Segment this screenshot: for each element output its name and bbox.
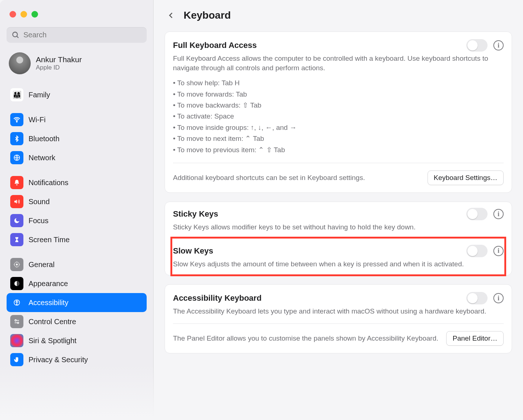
- svg-point-10: [17, 322, 19, 323]
- sidebar-item-label: Network: [29, 154, 55, 162]
- svg-point-2: [16, 121, 17, 122]
- sidebar-item-label: Accessibility: [29, 299, 68, 307]
- sidebar-item-sound[interactable]: Sound: [7, 192, 147, 211]
- list-item: • To move to next item: ⌃ Tab: [173, 133, 504, 144]
- minimize-window-button[interactable]: [20, 11, 27, 18]
- sidebar-item-label: Bluetooth: [29, 135, 60, 143]
- list-item: • To move to previous item: ⌃ ⇧ Tab: [173, 145, 504, 155]
- list-item: • To show help: Tab H: [173, 78, 504, 89]
- svg-point-4: [16, 264, 18, 266]
- search-field[interactable]: [7, 27, 147, 43]
- sidebar-item-label: Wi-Fi: [29, 116, 46, 124]
- keys-card: Sticky Keys i Sticky Keys allows modifie…: [165, 202, 512, 275]
- svg-point-7: [16, 301, 18, 302]
- sidebar-item-label: Sound: [29, 198, 50, 206]
- info-icon[interactable]: i: [493, 209, 504, 219]
- sidebar-item-privacy[interactable]: Privacy & Security: [7, 350, 147, 369]
- sidebar-item-label: General: [29, 260, 54, 269]
- sidebar: Ankur Thakur Apple ID 👨‍👩‍👧 Family Wi-Fi…: [0, 0, 154, 420]
- network-icon: [10, 151, 23, 164]
- accessibility-icon: [10, 296, 23, 309]
- sidebar-item-label: Siri & Spotlight: [29, 337, 76, 345]
- sidebar-item-network[interactable]: Network: [7, 148, 147, 167]
- siri-icon: [10, 334, 23, 347]
- fka-toggle[interactable]: [466, 39, 488, 52]
- window-controls: [7, 7, 147, 27]
- sidebar-item-label: Notifications: [29, 179, 68, 187]
- sidebar-item-accessibility[interactable]: Accessibility: [7, 293, 147, 312]
- fka-footnote: Additional keyboard shortcuts can be set…: [173, 173, 420, 183]
- sidebar-item-general[interactable]: General: [7, 255, 147, 274]
- accessibility-keyboard-card: Accessibility Keyboard i The Accessibili…: [165, 284, 512, 353]
- fka-shortcuts: • To show help: Tab H • To move forwards…: [173, 78, 504, 155]
- close-window-button[interactable]: [10, 11, 16, 18]
- speaker-icon: [10, 195, 23, 208]
- list-item: • To move inside groups: ↑, ↓, ←, and →: [173, 122, 504, 133]
- page-title: Keyboard: [184, 10, 231, 21]
- appearance-icon: [10, 277, 23, 290]
- fullscreen-window-button[interactable]: [31, 11, 38, 18]
- info-icon[interactable]: i: [493, 40, 504, 50]
- full-keyboard-access-card: Full Keyboard Access i Full Keyboard Acc…: [165, 31, 512, 193]
- fka-title: Full Keyboard Access: [173, 41, 257, 50]
- sidebar-item-family[interactable]: 👨‍👩‍👧 Family: [7, 85, 147, 104]
- list-item: • To move backwards: ⇧ Tab: [173, 100, 504, 111]
- bluetooth-icon: [10, 132, 23, 145]
- info-icon[interactable]: i: [493, 293, 504, 303]
- profile-subtitle: Apple ID: [36, 64, 82, 71]
- control-centre-icon: [10, 315, 23, 328]
- sidebar-item-label: Privacy & Security: [29, 356, 88, 364]
- family-icon: 👨‍👩‍👧: [10, 88, 23, 101]
- sidebar-item-siri[interactable]: Siri & Spotlight: [7, 331, 147, 350]
- acckb-toggle[interactable]: [466, 292, 488, 304]
- avatar: [9, 52, 31, 74]
- sidebar-item-label: Screen Time: [29, 236, 69, 244]
- search-input[interactable]: [23, 31, 142, 39]
- acckb-footnote: The Panel Editor allows you to customise…: [173, 334, 439, 343]
- sidebar-item-label: Focus: [29, 217, 48, 225]
- back-button[interactable]: [166, 10, 176, 20]
- list-item: • To activate: Space: [173, 111, 504, 122]
- slow-keys-title: Slow Keys: [173, 246, 213, 256]
- panel-editor-button[interactable]: Panel Editor…: [446, 331, 504, 346]
- sidebar-item-bluetooth[interactable]: Bluetooth: [7, 129, 147, 148]
- hourglass-icon: [10, 233, 23, 246]
- fka-desc: Full Keyboard Access allows the computer…: [173, 54, 504, 72]
- acckb-desc: The Accessibility Keyboard lets you type…: [173, 307, 504, 316]
- moon-icon: [10, 214, 23, 227]
- gear-icon: [10, 258, 23, 271]
- sticky-keys-title: Sticky Keys: [173, 209, 218, 219]
- sidebar-item-wifi[interactable]: Wi-Fi: [7, 110, 147, 129]
- main-content: Keyboard Full Keyboard Access i Full Key…: [154, 0, 523, 420]
- list-item: • To move forwards: Tab: [173, 89, 504, 100]
- sticky-keys-toggle[interactable]: [466, 208, 488, 220]
- bell-icon: [10, 176, 23, 189]
- slow-keys-row: Slow Keys i Slow Keys adjusts the amount…: [172, 238, 505, 275]
- sidebar-item-label: Control Centre: [29, 318, 76, 326]
- svg-point-0: [13, 32, 18, 37]
- search-icon: [12, 31, 20, 39]
- svg-point-8: [15, 320, 16, 321]
- keyboard-settings-button[interactable]: Keyboard Settings…: [428, 170, 504, 185]
- sticky-keys-desc: Sticky Keys allows modifier keys to be s…: [173, 222, 504, 232]
- profile-row[interactable]: Ankur Thakur Apple ID: [7, 49, 147, 82]
- acckb-title: Accessibility Keyboard: [173, 293, 262, 303]
- sidebar-item-label: Family: [29, 91, 50, 99]
- svg-line-1: [17, 36, 19, 38]
- info-icon[interactable]: i: [493, 246, 504, 256]
- profile-name: Ankur Thakur: [36, 55, 82, 64]
- sidebar-item-control-centre[interactable]: Control Centre: [7, 312, 147, 331]
- sidebar-item-notifications[interactable]: Notifications: [7, 173, 147, 192]
- sidebar-item-label: Appearance: [29, 280, 68, 288]
- slow-keys-toggle[interactable]: [466, 245, 488, 257]
- sidebar-item-screentime[interactable]: Screen Time: [7, 230, 147, 249]
- sidebar-item-focus[interactable]: Focus: [7, 211, 147, 230]
- slow-keys-desc: Slow Keys adjusts the amount of time bet…: [173, 259, 504, 269]
- wifi-icon: [10, 113, 23, 126]
- hand-icon: [10, 353, 23, 366]
- sidebar-item-appearance[interactable]: Appearance: [7, 274, 147, 293]
